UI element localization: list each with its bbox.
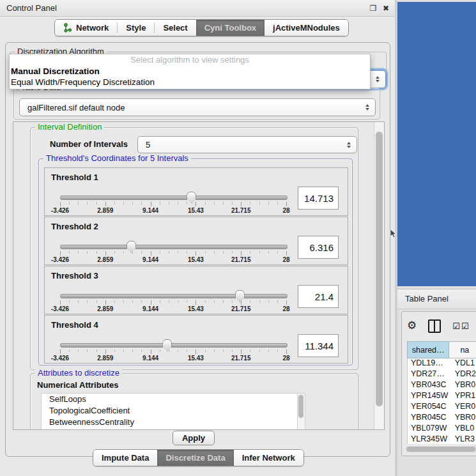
tick-label: 21.715 (231, 305, 251, 312)
table-row[interactable]: YBR043CYBR0 (408, 380, 476, 391)
list-scrollbar-thumb[interactable] (298, 395, 303, 418)
slider-tick-labels: -3.4262.8599.14415.4321.71528 (60, 207, 286, 214)
tick-label: 2.859 (97, 207, 113, 214)
cell-shared-name: YPR145W (408, 391, 450, 402)
cell-name: YBR0 (450, 380, 476, 391)
threshold-value-input-3[interactable] (298, 285, 339, 308)
slider-tick-labels: -3.4262.8599.14415.4321.71528 (60, 256, 286, 263)
tick-label: -3.426 (51, 207, 69, 214)
cell-name: YLR3 (450, 434, 476, 444)
panel-title: Control Panel (6, 3, 57, 13)
tick-label: 9.144 (142, 355, 158, 362)
popup-placeholder: Select algorithm to view settings (10, 54, 370, 66)
checkbox-icons[interactable]: ☑☑ (452, 321, 468, 331)
tick-label: 28 (282, 305, 289, 312)
slider-ticks (60, 202, 286, 206)
tab-network[interactable]: Network (55, 20, 117, 36)
column-header-2[interactable]: na (449, 341, 476, 358)
threshold-panel-3: Threshold 3-3.4262.8599.14415.4321.71528 (44, 266, 348, 314)
tick-label: 2.859 (97, 305, 113, 312)
settings-scrollpane: Interval Definition Number of Intervals … (13, 121, 385, 430)
tick-label: 21.715 (231, 256, 251, 263)
attribute-item[interactable]: BetweennessCentrality (42, 417, 305, 428)
cell-name: YBR0 (450, 413, 476, 424)
table-row[interactable]: YER054CYER0 (408, 402, 476, 413)
slider-ticks (60, 300, 286, 305)
table-row[interactable]: YDL19…YDL1 (408, 358, 476, 369)
tab-label: Select (163, 23, 187, 33)
float-window-icon[interactable]: ❐ (368, 3, 378, 13)
tab-select[interactable]: Select (155, 20, 196, 36)
slider-tick-labels: -3.4262.8599.14415.4321.71528 (60, 305, 286, 312)
column-header-1[interactable]: shared… (407, 341, 449, 358)
tab-infer-network[interactable]: Infer Network (234, 450, 303, 466)
checkbox-icon[interactable]: ☑ (452, 321, 460, 331)
table-data-combobox[interactable]: galFiltered.sif default node (19, 98, 376, 116)
table-row[interactable]: YDR27…YDR2 (408, 369, 476, 380)
gear-icon[interactable]: ⚙ (407, 319, 417, 332)
table-hscrollbar[interactable] (406, 446, 476, 452)
table-row[interactable]: YBR045CYBR0 (408, 413, 476, 424)
tick-label: 21.715 (231, 355, 251, 362)
tick-label: 15.43 (188, 207, 204, 214)
bottom-tab-bar: Impute DataDiscretize DataInfer Network (93, 449, 304, 466)
slider-ticks (60, 251, 286, 256)
threshold-value-input-1[interactable] (298, 187, 339, 210)
threshold-slider-2[interactable] (60, 245, 288, 249)
settings-scrollbar-thumb[interactable] (376, 132, 383, 406)
close-window-icon[interactable]: ✖ (381, 3, 391, 13)
tab-jactivemnodules[interactable]: jActiveMNodules (265, 20, 348, 36)
cell-shared-name: YDR27… (408, 369, 450, 380)
popup-option-manual-discretization[interactable]: Manual Discretization (10, 66, 370, 77)
popup-option-equal-width-frequency-discretization[interactable]: Equal Width/Frequency Discretization (10, 77, 370, 88)
tick-label: -3.426 (51, 256, 69, 263)
threshold-value-input-2[interactable] (298, 236, 339, 259)
settings-scrollbar[interactable] (374, 122, 384, 429)
table-row[interactable]: YLR345WYLR3 (408, 434, 476, 444)
tab-discretize-data[interactable]: Discretize Data (157, 450, 233, 466)
cell-name: YER0 (450, 402, 476, 413)
tab-style[interactable]: Style (118, 20, 154, 36)
network-icon (63, 23, 72, 33)
threshold-slider-3[interactable] (60, 294, 288, 298)
tick-label: 28 (282, 355, 289, 362)
table-panel-body: ⚙ ☑☑ shared…na YDL19…YDL1YDR27…YDR2YBR04… (401, 311, 476, 456)
threshold-panel-1: Threshold 1-3.4262.8599.14415.4321.71528 (44, 167, 348, 216)
tick-label: -3.426 (51, 305, 69, 312)
checkbox-icon[interactable]: ☑ (461, 321, 469, 331)
interval-definition-group: Interval Definition Number of Intervals … (30, 127, 358, 370)
tick-label: 15.43 (188, 355, 204, 362)
threshold-slider-1[interactable] (60, 196, 288, 200)
list-scrollbar[interactable] (297, 394, 305, 430)
combo-stepper-icon (372, 76, 383, 82)
num-intervals-combobox[interactable]: 5 (137, 136, 357, 153)
apply-button[interactable]: Apply (173, 431, 215, 445)
tick-label: 21.715 (231, 207, 251, 214)
table-row[interactable]: YBL079WYBL0 (408, 424, 476, 434)
attribute-item[interactable]: TopologicalCoefficient (42, 405, 305, 417)
cell-name: YDL1 (450, 358, 476, 369)
columns-icon[interactable] (428, 319, 441, 333)
table-panel-title: Table Panel (405, 294, 449, 303)
tab-label: Discretize Data (165, 453, 225, 463)
threshold-slider-4[interactable] (60, 343, 288, 348)
table-row[interactable]: YPR145WYPR1 (408, 391, 476, 402)
network-view-frame: GAL80GACGAL11GAL4GCY1HHAP2 (397, 2, 476, 286)
table-toolbar: ⚙ ☑☑ (407, 315, 476, 337)
cell-shared-name: YBR043C (408, 380, 450, 391)
tick-label: 15.43 (188, 256, 204, 263)
tick-label: -3.426 (51, 355, 69, 362)
control-panel-titlebar: Control Panel ❐ ✖ (0, 0, 395, 17)
attributes-list[interactable]: SelfLoopsTopologicalCoefficientBetweenne… (41, 393, 305, 430)
threshold-value-input-4[interactable] (298, 334, 339, 357)
tab-label: Cyni Toolbox (204, 23, 256, 33)
tick-label: 9.144 (142, 305, 158, 312)
tab-impute-data[interactable]: Impute Data (93, 450, 157, 466)
threshold-panel-4: Threshold 4-3.4262.8599.14415.4321.71528 (44, 315, 348, 364)
cell-name: YDR2 (450, 369, 476, 380)
mouse-cursor (390, 229, 397, 239)
table-hscrollbar-thumb[interactable] (406, 447, 475, 452)
tab-cyni-toolbox[interactable]: Cyni Toolbox (196, 20, 265, 36)
attribute-item[interactable]: SelfLoops (42, 394, 305, 405)
threshold-label: Threshold 2 (51, 222, 98, 231)
